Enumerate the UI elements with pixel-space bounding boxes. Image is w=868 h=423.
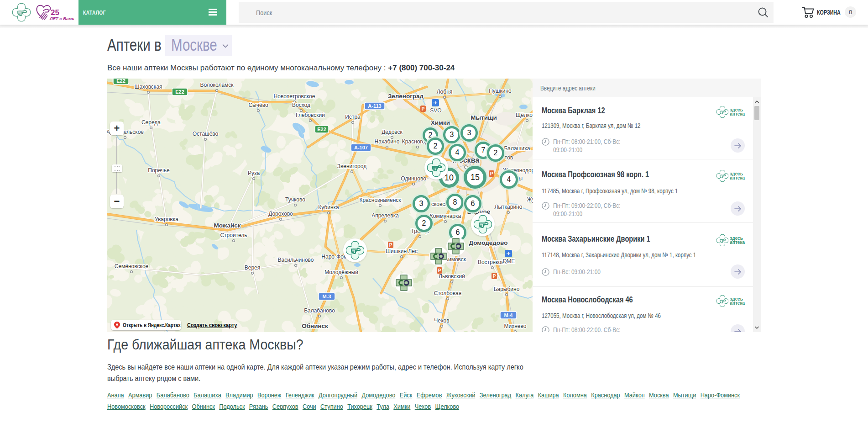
svg-text:Химки: Химки bbox=[431, 119, 450, 126]
svg-text:Новопетровское: Новопетровское bbox=[274, 93, 315, 100]
svg-text:Нахабино: Нахабино bbox=[375, 138, 400, 145]
svg-text:Михнево: Михнево bbox=[504, 323, 527, 329]
svg-text:DME: DME bbox=[503, 258, 515, 264]
svg-text:Кубинка: Кубинка bbox=[318, 204, 339, 211]
svg-text:Чехов: Чехов bbox=[434, 317, 449, 324]
svg-text:Львовский: Львовский bbox=[439, 273, 465, 280]
svg-text:SVO: SVO bbox=[430, 107, 441, 114]
svg-text:Васильчиново: Васильчиново bbox=[277, 257, 314, 263]
svg-text:Шишкин Лес: Шишкин Лес bbox=[386, 248, 418, 254]
svg-text:Волоколамск: Волоколамск bbox=[200, 82, 234, 88]
svg-text:Дорохово: Дорохово bbox=[268, 211, 293, 217]
svg-text:Апрелевка: Апрелевка bbox=[371, 212, 399, 219]
svg-text:Коммунарка: Коммунарка bbox=[430, 213, 461, 219]
svg-text:Сычёво: Сычёво bbox=[248, 102, 268, 108]
svg-text:Середа: Середа bbox=[141, 119, 161, 126]
svg-text:Е22: Е22 bbox=[175, 89, 184, 95]
svg-text:Глебовский: Глебовский bbox=[296, 112, 325, 118]
svg-text:Домодедово: Домодедово bbox=[469, 239, 508, 246]
svg-text:Зеленоград: Зеленоград bbox=[388, 93, 424, 100]
svg-text:Р: Р bbox=[493, 274, 496, 279]
svg-text:Одинцово: Одинцово bbox=[401, 175, 426, 182]
svg-text:Балабаново: Балабаново bbox=[304, 307, 335, 314]
svg-text:Мытищи: Мытищи bbox=[471, 114, 497, 121]
svg-text:Верея: Верея bbox=[245, 264, 261, 271]
svg-text:М-4: М-4 bbox=[504, 312, 513, 318]
svg-text:Жу: Жу bbox=[527, 196, 533, 203]
svg-text:Краснознаменск: Краснознаменск bbox=[359, 197, 401, 203]
svg-text:Р: Р bbox=[490, 171, 493, 176]
svg-text:Е22: Е22 bbox=[317, 127, 326, 132]
svg-text:Обнинск: Обнинск bbox=[302, 323, 328, 329]
svg-text:ЛЕТ с Вами!: ЛЕТ с Вами! bbox=[49, 16, 74, 21]
svg-text:Можайск: Можайск bbox=[214, 222, 241, 229]
svg-text:Тучково: Тучково bbox=[285, 196, 305, 203]
svg-text:Лыткарино: Лыткарино bbox=[495, 204, 523, 210]
svg-text:Е22: Е22 bbox=[116, 79, 125, 84]
svg-text:Строитель: Строитель bbox=[220, 232, 247, 238]
svg-text:Столбовая: Столбовая bbox=[434, 290, 461, 296]
svg-text:тов: тов bbox=[505, 154, 513, 161]
svg-text:Барыбино: Барыбино bbox=[494, 286, 520, 292]
svg-text:Пушкино: Пушкино bbox=[489, 88, 512, 94]
svg-text:Истра: Истра bbox=[345, 114, 361, 120]
svg-text:Лобня: Лобня bbox=[437, 89, 453, 95]
svg-text:А-113: А-113 bbox=[368, 103, 381, 109]
svg-text:✈: ✈ bbox=[506, 251, 510, 256]
svg-text:Р: Р bbox=[438, 268, 441, 273]
svg-text:✈: ✈ bbox=[433, 100, 437, 106]
svg-text:Осташёво: Осташёво bbox=[193, 131, 219, 137]
svg-text:А-107: А-107 bbox=[354, 145, 368, 150]
svg-text:Щёлково: Щёлково bbox=[516, 112, 533, 118]
svg-text:Шаховская: Шаховская bbox=[134, 84, 162, 90]
svg-text:Звенигород: Звенигород bbox=[337, 163, 366, 169]
svg-text:Р: Р bbox=[389, 243, 392, 248]
svg-text:Поречье: Поречье bbox=[148, 167, 170, 174]
svg-text:Балашиха: Балашиха bbox=[504, 145, 530, 152]
svg-text:Семёновское: Семёновское bbox=[115, 263, 149, 270]
svg-text:Восход: Восход bbox=[292, 102, 310, 108]
svg-text:Молодёжный: Молодёжный bbox=[324, 269, 358, 275]
svg-text:Дедовск: Дедовск bbox=[382, 129, 403, 135]
svg-text:Р: Р bbox=[422, 106, 425, 111]
svg-text:Руза: Руза bbox=[248, 170, 260, 176]
svg-text:Уваровка: Уваровка bbox=[155, 216, 178, 222]
svg-text:М-3: М-3 bbox=[323, 294, 331, 299]
